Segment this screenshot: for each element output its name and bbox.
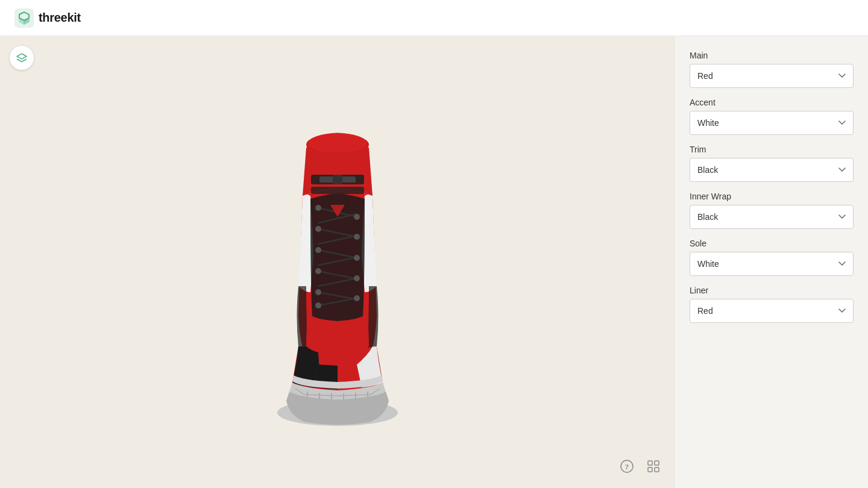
logo-icon	[14, 8, 34, 28]
option-group-main: MainRedBlackWhiteBlue	[690, 51, 854, 88]
svg-rect-40	[655, 468, 659, 472]
layers-icon	[16, 52, 28, 64]
svg-point-14	[315, 205, 321, 211]
option-label-accent: Accent	[690, 98, 854, 107]
expand-icon	[647, 460, 660, 473]
option-group-sole: SoleWhiteBlackRedBlue	[690, 239, 854, 276]
svg-point-24	[354, 295, 360, 301]
right-panel: MainRedBlackWhiteBlueAccentWhiteBlackRed…	[675, 36, 868, 488]
svg-rect-28	[311, 187, 364, 194]
option-label-liner: Liner	[690, 286, 854, 295]
option-select-accent[interactable]: WhiteBlackRedBlue	[690, 111, 854, 135]
viewer-area: ?	[0, 36, 675, 488]
option-select-inner_wrap[interactable]: BlackWhiteRedBlue	[690, 205, 854, 229]
svg-point-19	[315, 302, 321, 308]
help-button[interactable]: ?	[617, 457, 637, 476]
header: threekit	[0, 0, 868, 36]
option-label-sole: Sole	[690, 239, 854, 248]
svg-point-22	[354, 255, 360, 261]
svg-rect-37	[648, 461, 652, 465]
main-content: ? MainRedBlackWhiteBlueAccentWhiteBlackR…	[0, 36, 868, 488]
boot-3d-view	[253, 87, 422, 437]
svg-rect-0	[14, 8, 34, 28]
svg-point-23	[354, 275, 360, 281]
svg-point-17	[315, 268, 321, 274]
svg-rect-27	[333, 175, 342, 184]
option-group-accent: AccentWhiteBlackRedBlue	[690, 98, 854, 135]
svg-point-21	[354, 234, 360, 240]
viewer-bottom-toolbar: ?	[617, 457, 663, 476]
option-select-trim[interactable]: BlackWhiteRedBlue	[690, 158, 854, 182]
logo-area: threekit	[14, 8, 81, 28]
svg-rect-38	[655, 461, 659, 465]
option-label-trim: Trim	[690, 145, 854, 154]
option-label-main: Main	[690, 51, 854, 60]
option-select-sole[interactable]: WhiteBlackRedBlue	[690, 252, 854, 276]
option-label-inner_wrap: Inner Wrap	[690, 192, 854, 201]
viewer-toggle-button[interactable]	[10, 46, 34, 70]
svg-point-15	[315, 226, 321, 232]
option-group-liner: LinerRedBlackWhiteBlue	[690, 286, 854, 323]
svg-text:?: ?	[625, 462, 629, 471]
logo-text: threekit	[39, 11, 81, 25]
svg-rect-39	[648, 468, 652, 472]
help-icon: ?	[620, 460, 634, 473]
boot-image-area	[127, 51, 549, 473]
expand-button[interactable]	[644, 457, 663, 476]
svg-point-20	[354, 214, 360, 220]
option-group-inner_wrap: Inner WrapBlackWhiteRedBlue	[690, 192, 854, 229]
svg-point-18	[315, 289, 321, 295]
svg-point-16	[315, 247, 321, 253]
option-select-main[interactable]: RedBlackWhiteBlue	[690, 64, 854, 88]
option-group-trim: TrimBlackWhiteRedBlue	[690, 145, 854, 182]
option-select-liner[interactable]: RedBlackWhiteBlue	[690, 299, 854, 323]
